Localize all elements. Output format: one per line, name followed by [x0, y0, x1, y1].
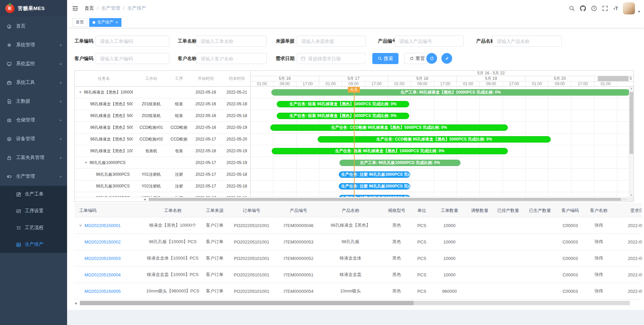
workstation-cell: Z02组装机	[133, 113, 170, 119]
demand-date-cell: 2022-05-16	[614, 239, 642, 245]
expand-triangle-icon[interactable]: ▼	[79, 91, 82, 94]
sidebar-item-master-data[interactable]: 主数据∨	[0, 92, 67, 111]
breadcrumb: 首页/生产管理/生产排产	[85, 5, 146, 11]
vertical-scroll-thumb[interactable]	[630, 92, 633, 154]
refresh-grid-button[interactable]	[426, 53, 437, 64]
sidebar-item-process-flow[interactable]: 工艺流程	[0, 219, 67, 236]
sidebar-item-system-tools[interactable]: 系统工具∨	[0, 73, 67, 92]
toolbox-icon	[7, 80, 12, 85]
gantt-project-row[interactable]: ▼96孔移液盒【黑色】10000PCS2022-05-162022-05-21	[75, 87, 250, 98]
order-no-cell: PO202205101001	[225, 289, 278, 294]
product-name-cell: 96孔移液盒【黑色】	[319, 222, 382, 228]
gantt-task-row[interactable]: 96孔移液盒【黑色】5000PCSCCD检测#02CCD检测2022-05-17…	[75, 133, 250, 145]
gantt-day-row: 5月 165月 175月 185月 195月 205	[251, 76, 634, 82]
sidebar-item-process-settings[interactable]: 工序设置	[0, 203, 67, 219]
sidebar-item-warehouse-management[interactable]: 仓储管理∨	[0, 111, 67, 129]
search-icon[interactable]	[569, 5, 575, 11]
scroll-down-icon[interactable]: ▼	[629, 194, 634, 196]
column-header-order_no: 订单编号	[225, 208, 278, 214]
gantt-vertical-scrollbar[interactable]: ▲ ▼	[629, 87, 634, 197]
customer-name-input[interactable]	[196, 53, 267, 64]
demand-date-input[interactable]	[308, 56, 369, 61]
gantt-project-bar[interactable]: 生产工单: 96孔移液盒【黑色】10000PCS 完成比例: 0%	[271, 89, 629, 96]
breadcrumb-item[interactable]: 生产管理	[101, 5, 120, 11]
expand-row-icon[interactable]: ∨	[79, 223, 82, 227]
sidebar-item-equipment-management[interactable]: 设备管理∨	[0, 129, 67, 148]
unit-cell: PCS	[411, 239, 433, 245]
table-scroll-thumb[interactable]	[80, 301, 414, 305]
work-order-code-cell: ∨MO202205150004	[74, 272, 141, 277]
product-code-cell: ITEM00000046	[278, 223, 319, 228]
scroll-left-icon[interactable]: ◀	[74, 302, 77, 305]
sidebar-collapse-icon[interactable]	[67, 5, 83, 11]
gantt-task-row[interactable]: 96孔移液盒【黑色】10000PCS包装机包装2022-05-162022-05…	[75, 145, 250, 157]
product-code-input[interactable]	[395, 36, 464, 47]
task-name-cell: 96孔移液盒【黑色】5000PCS	[75, 113, 133, 119]
work-order-link[interactable]: MO202205150003	[85, 256, 121, 261]
gantt-task-bar[interactable]: 生产任务: 包装 96孔移液盒【黑色】10000PCS 完成比例: 0%	[272, 148, 508, 154]
breadcrumb-item[interactable]: 首页	[85, 5, 94, 11]
source-document-input[interactable]	[297, 36, 366, 47]
start-date-cell: 2022-05-17	[188, 172, 223, 177]
edit-schedule-button[interactable]	[441, 53, 452, 64]
product-name-input[interactable]	[492, 36, 562, 47]
user-menu-caret-icon[interactable]: ▾	[638, 9, 640, 14]
gantt-project-row[interactable]: ▼96孔孔板10000PCS2022-05-172022-05-19	[75, 157, 250, 169]
close-icon[interactable]: ×	[115, 20, 118, 24]
gantt-task-bar[interactable]: 生产任务: CCD检测 96孔移液盒【黑色】5000PCS 完成比例: 0%	[270, 124, 508, 131]
task-name: 96孔移液盒【黑色】5000PCS	[90, 137, 133, 142]
tab-production-scheduling[interactable]: 生产排产×	[89, 18, 121, 27]
work-order-link[interactable]: MO202205150002	[85, 239, 121, 245]
table-header: 工单编码工单名称工单来源订单编号产品编号产品名称规格型号单位工单数量调整数量已排…	[74, 204, 642, 217]
sidebar-item-home[interactable]: 首页	[0, 17, 67, 36]
sidebar-item-production-scheduling[interactable]: 生产排产	[0, 236, 67, 253]
customer-code-input[interactable]	[96, 53, 169, 64]
gantt-task-bar[interactable]: 生产任务: 组装 96孔移液盒【黑色】5000PCS 完成比例: 0%	[277, 113, 409, 119]
demand-date-field[interactable]	[297, 53, 366, 64]
gantt-project-bar[interactable]: 生产工单: 96孔孔板10000PCS 完成比例: 0%	[339, 160, 461, 166]
gantt-task-row[interactable]: 96孔移液盒【黑色】5000PCSZ02组装机组装2022-05-162022-…	[75, 110, 250, 122]
github-icon[interactable]	[580, 5, 586, 11]
sidebar-item-system-monitoring[interactable]: 系统监控∨	[0, 54, 67, 73]
sidebar-item-system-management[interactable]: 系统管理∨	[0, 36, 67, 54]
gantt-task-row[interactable]: 96孔移液盒【黑色】5000PCSZ01组装机组装2022-05-162022-…	[75, 98, 250, 110]
scroll-up-icon[interactable]: ▲	[629, 87, 634, 90]
gantt-task-bar[interactable]: 生产任务: 组装 96孔移液盒【黑色】5000PCS 完成比例: 0%	[277, 101, 409, 107]
tab-home[interactable]: 首页	[72, 18, 87, 27]
sidebar-item-production-management[interactable]: 生产管理∧	[0, 167, 67, 186]
gantt-task-bar[interactable]: 生产任务: 注塑 96孔孔板3000PCS 完成比例: 0%	[339, 183, 410, 189]
font-size-icon[interactable]: TT	[613, 6, 618, 11]
avatar[interactable]	[623, 2, 635, 14]
scroll-left-icon[interactable]: ◀	[144, 198, 146, 201]
sidebar-submenu: 生产工单工序设置工艺流程生产排产	[0, 186, 67, 253]
gantt-task-row[interactable]: 96孔孔板3000PCSY02注塑机注塑2022-05-172022-05-18	[75, 180, 250, 192]
gantt-task-bar[interactable]: 生产任务: CCD检测 96孔移液盒【黑色】5000PCS 完成比例: 0%	[318, 136, 551, 143]
sidebar: K 苦糖果MES 首页系统管理∨系统监控∨系统工具∨主数据∨仓储管理∨设备管理∨…	[0, 0, 67, 325]
work-order-link[interactable]: MO202205150005	[85, 289, 121, 294]
table-horizontal-scrollbar[interactable]: ◀	[74, 301, 630, 306]
customer-code-cell: C00003	[557, 289, 584, 294]
fullscreen-icon[interactable]	[602, 5, 608, 11]
work-order-name-input[interactable]	[196, 36, 267, 47]
task-name: 96孔孔板3000PCS	[96, 172, 130, 177]
sidebar-item-production-work-order[interactable]: 生产工单	[0, 186, 67, 203]
horizontal-scroll-thumb[interactable]	[149, 198, 621, 201]
work-order-code-input[interactable]	[96, 36, 169, 47]
work-order-link[interactable]: MO202205150001	[85, 223, 121, 228]
gantt-task-row[interactable]: 96孔移液盒【黑色】5000PCSCCD检测#01CCD检测2022-05-16…	[75, 122, 250, 133]
search-button[interactable]: 搜索	[372, 53, 398, 64]
name-cell: 96孔孔板【10000】PCS	[141, 239, 205, 245]
gantt-task-row[interactable]: 96孔孔板3000PCSY01注塑机注塑2022-05-172022-05-18	[75, 169, 250, 180]
expand-triangle-icon[interactable]: ▼	[85, 161, 88, 164]
demand-date-cell: 2022-05-16	[614, 289, 642, 294]
gantt-hour-label: 01:00	[457, 82, 480, 86]
workstation-cell: Z01组装机	[133, 101, 170, 107]
tab-label: 首页	[76, 19, 84, 25]
sidebar-item-tooling-fixture-management[interactable]: 工装夹具管理∨	[0, 148, 67, 167]
gantt-task-bar[interactable]: 生产任务: 注塑 96孔孔板3000PCS 完成比例: 0%	[339, 171, 410, 178]
help-icon[interactable]: ?	[591, 5, 597, 11]
product-code-cell: ITEM00000051	[278, 272, 319, 277]
work-order-link[interactable]: MO202205150004	[85, 272, 121, 277]
gantt-task-row[interactable]: 96孔孔板3000PCSY03注塑机注塑2022-05-172022-05-18	[75, 192, 250, 197]
gantt-horizontal-scrollbar[interactable]: ◀	[75, 197, 629, 202]
